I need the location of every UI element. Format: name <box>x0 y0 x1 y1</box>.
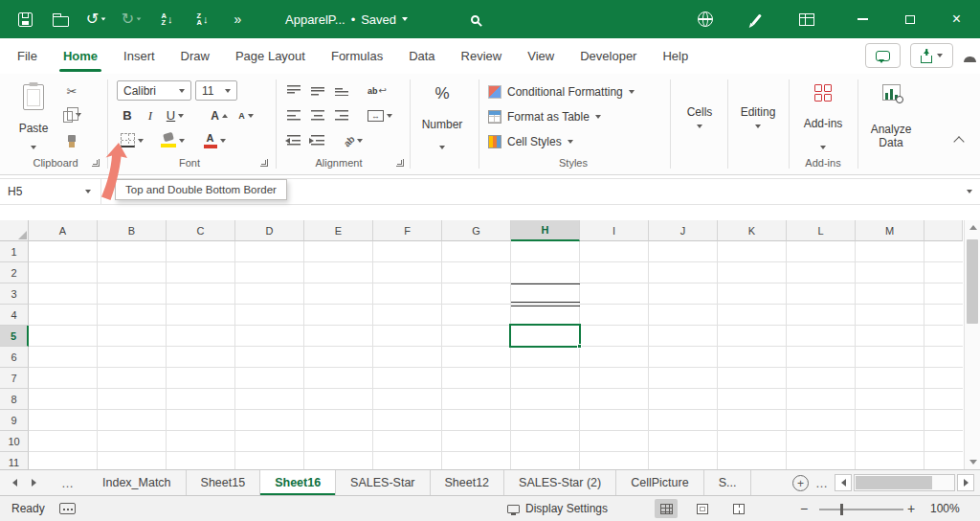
ribbon-display-button[interactable] <box>791 4 822 34</box>
cut-button[interactable]: ✂ <box>59 81 84 102</box>
sheet-tab[interactable]: Sheet12 <box>431 470 505 495</box>
column-header[interactable]: I <box>580 220 649 241</box>
tab-review[interactable]: Review <box>459 49 504 63</box>
column-header[interactable]: C <box>167 220 235 241</box>
display-settings-button[interactable]: Display Settings <box>507 496 608 521</box>
search-button[interactable] <box>459 4 491 34</box>
zoom-slider[interactable] <box>819 509 903 510</box>
row-header[interactable]: 4 <box>0 305 29 326</box>
inking-button[interactable] <box>741 4 772 34</box>
font-color-button[interactable]: A <box>199 130 230 150</box>
format-as-table-button[interactable]: Format as Table <box>488 105 632 127</box>
increase-font-size-button[interactable]: A <box>207 105 232 125</box>
align-right-button[interactable] <box>331 105 352 125</box>
fill-handle[interactable] <box>577 344 582 349</box>
record-macro-button[interactable] <box>59 496 76 521</box>
vertical-scrollbar-thumb[interactable] <box>967 239 978 324</box>
copy-button[interactable] <box>57 104 90 125</box>
alignment-dialog-launcher[interactable] <box>396 159 404 167</box>
name-box[interactable]: H5 <box>0 179 101 204</box>
fill-color-button[interactable] <box>157 130 188 150</box>
column-header[interactable]: L <box>787 220 856 241</box>
bold-button[interactable]: B <box>117 105 138 125</box>
page-layout-view-button[interactable] <box>691 499 714 518</box>
row-header[interactable]: 8 <box>0 389 29 410</box>
increase-indent-button[interactable] <box>307 130 328 150</box>
row-header[interactable]: 7 <box>0 368 29 389</box>
tab-data[interactable]: Data <box>407 49 436 63</box>
column-header[interactable]: G <box>442 220 511 241</box>
presence-button[interactable] <box>963 49 970 62</box>
align-bottom-button[interactable] <box>331 80 352 101</box>
zoom-in-button[interactable]: + <box>907 496 915 521</box>
zoom-slider-thumb[interactable] <box>840 504 843 515</box>
orientation-button[interactable]: ab <box>337 130 369 150</box>
align-top-button[interactable] <box>283 80 304 101</box>
sort-ascending-button[interactable]: AZ↓ <box>151 4 183 34</box>
sheet-overflow-right[interactable]: … <box>815 470 828 495</box>
column-header[interactable]: F <box>373 220 442 241</box>
font-dialog-launcher[interactable] <box>260 159 268 167</box>
font-name-select[interactable]: Calibri <box>117 80 191 101</box>
paste-button[interactable]: Paste <box>11 79 56 154</box>
formula-bar-expand-icon[interactable] <box>967 190 972 193</box>
sheet-tab[interactable]: SALES-Star (2) <box>504 470 616 495</box>
scroll-down-arrow[interactable] <box>969 460 977 464</box>
undo-button[interactable]: ↺ <box>80 4 112 34</box>
row-header[interactable]: 11 <box>0 452 29 469</box>
sheet-overflow-left[interactable]: … <box>61 470 74 495</box>
align-left-button[interactable] <box>283 105 304 125</box>
column-header[interactable]: J <box>649 220 718 241</box>
hscroll-right-button[interactable] <box>957 474 974 491</box>
maximize-button[interactable] <box>886 0 933 38</box>
sheet-tab[interactable]: SALES-Star <box>336 470 430 495</box>
collapse-ribbon-button[interactable] <box>947 131 970 151</box>
new-sheet-button[interactable]: + <box>792 475 809 491</box>
horizontal-scrollbar-thumb[interactable] <box>856 476 932 489</box>
minimize-button[interactable] <box>839 0 886 38</box>
row-header[interactable]: 10 <box>0 431 29 452</box>
document-title[interactable]: ApparelP... • Saved <box>285 0 408 38</box>
column-header[interactable]: D <box>235 220 304 241</box>
tab-page-layout[interactable]: Page Layout <box>234 49 307 63</box>
italic-button[interactable]: I <box>140 105 161 125</box>
tab-help[interactable]: Help <box>660 49 690 63</box>
format-painter-button[interactable] <box>59 128 84 148</box>
analyze-data-button[interactable]: AnalyzeData <box>863 79 919 154</box>
decrease-font-size-button[interactable]: A <box>234 105 258 125</box>
number-format-button[interactable]: % Number <box>415 79 469 154</box>
align-middle-button[interactable] <box>307 80 328 101</box>
sheet-nav-left-button[interactable] <box>6 470 23 495</box>
column-header[interactable]: B <box>98 220 167 241</box>
font-size-select[interactable]: 11 <box>195 80 237 101</box>
select-all-corner[interactable] <box>0 220 29 241</box>
merge-center-button[interactable]: ↔ <box>362 105 398 125</box>
close-button[interactable]: × <box>933 0 980 38</box>
column-header[interactable]: M <box>856 220 924 241</box>
normal-view-button[interactable] <box>655 499 678 518</box>
addins-button[interactable]: Add-ins <box>796 79 850 154</box>
zoom-level-button[interactable]: 100% <box>930 496 960 521</box>
row-header[interactable]: 6 <box>0 347 29 368</box>
sheet-tab-active[interactable]: Sheet16 <box>260 470 336 495</box>
underline-button[interactable]: U <box>162 105 189 125</box>
sheet-nav-right-button[interactable] <box>25 470 42 495</box>
editing-button[interactable]: Editing <box>731 79 785 154</box>
tab-formulas[interactable]: Formulas <box>329 49 385 63</box>
row-header[interactable]: 2 <box>0 262 29 283</box>
sheet-tab[interactable]: CellPicture <box>616 470 703 495</box>
cell-styles-button[interactable]: Cell Styles <box>488 130 603 152</box>
align-center-button[interactable] <box>307 105 328 125</box>
horizontal-scrollbar[interactable] <box>854 474 955 491</box>
scroll-up-arrow[interactable] <box>969 225 977 230</box>
open-button[interactable] <box>45 4 77 34</box>
sort-descending-button[interactable]: ZA↓ <box>187 4 218 34</box>
sheet-tab[interactable]: Sheet15 <box>187 470 261 495</box>
comments-button[interactable] <box>865 43 901 68</box>
row-header[interactable]: 9 <box>0 410 29 431</box>
decrease-indent-button[interactable] <box>283 130 304 150</box>
column-header-partial[interactable] <box>924 220 963 241</box>
tab-insert[interactable]: Insert <box>122 49 157 63</box>
zoom-out-button[interactable]: − <box>800 496 808 521</box>
row-header-selected[interactable]: 5 <box>0 326 29 347</box>
